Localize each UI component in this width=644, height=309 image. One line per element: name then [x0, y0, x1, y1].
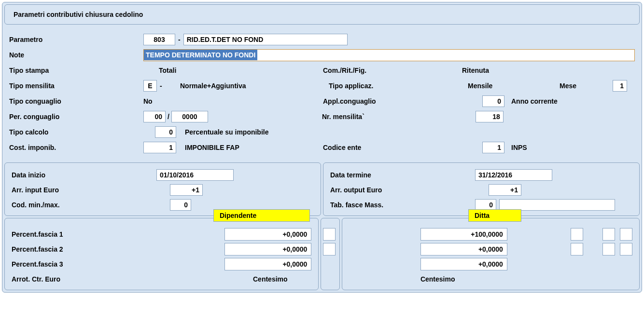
row-parametro: Parametro - — [9, 32, 635, 47]
sub-panel-right: Data termine Arr. output Euro Tab. fasce… — [323, 162, 640, 216]
input-data-termine[interactable] — [475, 169, 552, 181]
input-fascia1-dit[interactable] — [420, 228, 507, 241]
row-arr-output: Arr. output Euro — [330, 183, 632, 197]
value-appl-conguaglio-desc: Anno corrente — [511, 97, 558, 105]
sub-panels: Data inizio Arr. input Euro Cod. min./ma… — [4, 162, 640, 216]
mini-row1 — [323, 227, 337, 242]
row-arrot-dit: Centesimo — [349, 272, 632, 286]
input-cod-minmax[interactable] — [170, 199, 191, 211]
mini-box1[interactable] — [323, 228, 336, 241]
form-content: Parametro - Note TEMPO DETERMINATO NO FO… — [4, 31, 640, 160]
value-arrot-dit: Centesimo — [420, 275, 455, 283]
label-tipo-conguaglio: Tipo conguaglio — [9, 97, 143, 105]
row-fascia1-dip: Percent.fascia 1 — [12, 227, 311, 242]
row-per-conguaglio: Per. conguaglio / Nr. mensilita` — [9, 109, 635, 124]
input-mese[interactable] — [613, 80, 627, 92]
row-tipo-calcolo: Tipo calcolo Percentuale su imponibile — [9, 125, 635, 139]
label-cod-minmax: Cod. min./max. — [12, 201, 156, 209]
label-data-termine: Data termine — [330, 171, 475, 179]
mini-box-r2b[interactable] — [602, 243, 615, 255]
input-fascia2-dip[interactable] — [224, 243, 311, 255]
label-mese: Mese — [560, 82, 613, 90]
label-data-inizio: Data inizio — [12, 171, 156, 179]
label-fascia1: Percent.fascia 1 — [12, 230, 177, 238]
value-codice-ente-desc: INPS — [511, 144, 527, 151]
input-parametro-code[interactable] — [143, 34, 175, 45]
label-arr-input: Arr. input Euro — [12, 186, 156, 194]
dash-sep: - — [178, 36, 181, 43]
input-cost-imponib-code[interactable] — [143, 142, 176, 153]
row-fascia1-dit — [349, 227, 632, 242]
row-data-termine: Data termine — [330, 168, 632, 182]
label-tipo-stampa: Tipo stampa — [9, 67, 143, 74]
bottom-panel-mid — [321, 218, 339, 290]
label-cost-imponib: Cost. imponib. — [9, 144, 143, 151]
input-per-mm[interactable] — [143, 111, 166, 122]
input-arr-input[interactable] — [170, 184, 203, 196]
tag-ditta: Ditta — [468, 209, 521, 222]
input-mensilita-code[interactable] — [143, 80, 157, 92]
row-fascia3-dit — [349, 257, 632, 271]
input-appl-conguaglio[interactable] — [482, 95, 504, 107]
row-tipo-stampa: Tipo stampa Totali Com./Rit./Fig. Ritenu… — [9, 63, 635, 78]
label-fascia3: Percent.fascia 3 — [12, 260, 224, 268]
row-cost-imponib: Cost. imponib. IMPONIBILE FAP Codice ent… — [9, 140, 635, 155]
row-arrot-dip: Arrot. Ctr. Euro Centesimo — [12, 272, 311, 286]
panel-title: Parametri contributivi chiusura cedolino — [4, 4, 640, 25]
input-arr-output[interactable] — [489, 184, 521, 196]
value-arrot-dip: Centesimo — [253, 275, 288, 283]
label-tipo-mensilita: Tipo mensilita — [9, 82, 143, 90]
label-tab-fasce: Tab. fasce Mass. — [330, 201, 475, 209]
dash-sep2: - — [160, 82, 177, 90]
bottom-panel-right: Centesimo — [342, 218, 640, 290]
label-tipo-calcolo: Tipo calcolo — [9, 128, 143, 136]
note-selected-text: TEMPO DETERMINATO NO FONDI — [144, 50, 257, 60]
value-cost-imponib-desc: IMPONIBILE FAP — [185, 144, 323, 151]
value-mensilita-desc: Normale+Aggiuntiva — [180, 82, 329, 90]
bottom-panel-left: Percent.fascia 1 Percent.fascia 2 Percen… — [4, 218, 319, 290]
value-tipo-stampa: Totali — [159, 67, 323, 74]
input-fascia2-dit[interactable] — [420, 243, 507, 255]
bottom-panels: Percent.fascia 1 Percent.fascia 2 Percen… — [4, 218, 640, 290]
input-tipo-calcolo-code[interactable] — [155, 126, 176, 138]
mini-box-r1a[interactable] — [571, 228, 583, 241]
row-data-inizio: Data inizio — [12, 168, 314, 182]
input-per-yyyy[interactable] — [171, 111, 208, 122]
tag-dipendente: Dipendente — [213, 209, 310, 222]
value-tipo-conguaglio: No — [143, 97, 323, 105]
row-tipo-conguaglio: Tipo conguaglio No Appl.conguaglio Anno … — [9, 94, 635, 108]
mini-box-r1b[interactable] — [602, 228, 615, 241]
row-fascia3-dip: Percent.fascia 3 — [12, 257, 311, 271]
input-nr-mensilita[interactable] — [476, 111, 504, 122]
sub-panel-left: Data inizio Arr. input Euro Cod. min./ma… — [4, 162, 321, 216]
input-fascia1-dip[interactable] — [224, 228, 311, 241]
label-appl-conguaglio: Appl.conguaglio — [323, 97, 482, 105]
slash-sep: / — [168, 113, 169, 121]
panel-title-text: Parametri contributivi chiusura cedolino — [14, 11, 143, 18]
mini-box-r2c[interactable] — [620, 243, 632, 255]
label-note: Note — [9, 51, 143, 59]
row-fascia2-dit — [349, 242, 632, 256]
row-note: Note TEMPO DETERMINATO NO FONDI — [9, 48, 635, 62]
input-data-inizio[interactable] — [156, 169, 234, 181]
label-parametro: Parametro — [9, 36, 143, 43]
value-tipo-calcolo-desc: Percentuale su imponibile — [185, 128, 269, 136]
input-parametro-desc[interactable] — [183, 34, 348, 45]
mini-row2 — [323, 242, 337, 256]
label-codice-ente: Codice ente — [323, 144, 482, 151]
value-com-rit-fig: Ritenuta — [462, 67, 489, 74]
label-tipo-applicaz: Tipo applicaz. — [329, 82, 468, 90]
row-fascia2-dip: Percent.fascia 2 — [12, 242, 311, 256]
row-arr-input: Arr. input Euro — [12, 183, 314, 197]
value-tipo-applicaz: Mensile — [468, 82, 560, 90]
input-fascia3-dit[interactable] — [420, 258, 507, 270]
label-arrot: Arrot. Ctr. Euro — [12, 275, 253, 283]
mini-box2[interactable] — [323, 243, 336, 255]
label-per-conguaglio: Per. conguaglio — [9, 113, 143, 121]
input-codice-ente[interactable] — [482, 142, 504, 153]
input-note[interactable]: TEMPO DETERMINATO NO FONDI — [143, 49, 635, 61]
mini-box-r1c[interactable] — [620, 228, 632, 241]
mini-box-r2a[interactable] — [571, 243, 583, 255]
input-fascia3-dip[interactable] — [224, 258, 311, 270]
label-nr-mensilita: Nr. mensilita` — [322, 113, 476, 121]
